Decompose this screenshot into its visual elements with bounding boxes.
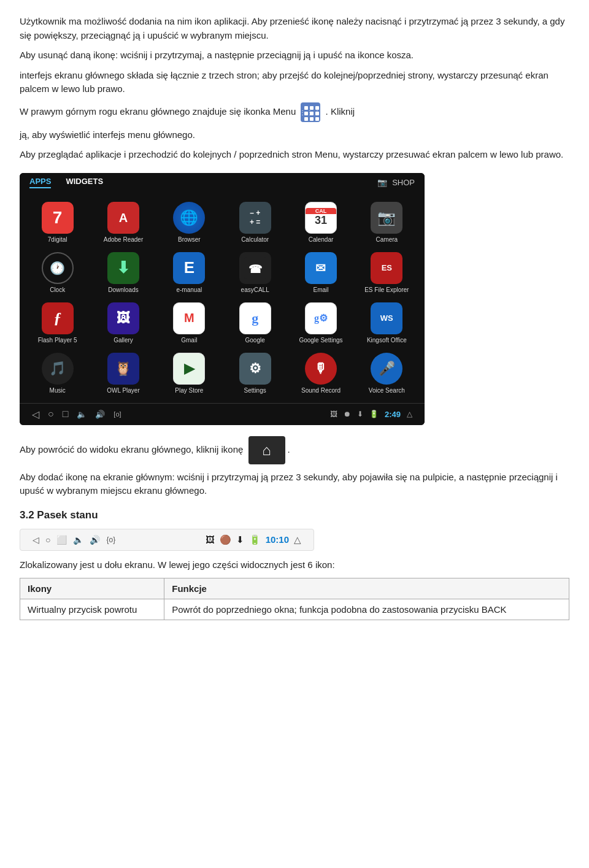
app-settings[interactable]: ⚙ Settings bbox=[222, 348, 288, 398]
app-music[interactable]: 🎵 Music bbox=[25, 348, 90, 398]
app-google-settings[interactable]: g⚙ Google Settings bbox=[288, 298, 353, 348]
app-gallery-label: Gallery bbox=[114, 337, 133, 344]
table-cell-icon-name: Wirtualny przycisk powrotu bbox=[20, 599, 164, 620]
statusbar-left-icons: ◁ ○ ⬜ 🔈 🔊 {o} bbox=[33, 535, 115, 545]
app-clock-label: Clock bbox=[50, 286, 65, 294]
app-google-settings-label: Google Settings bbox=[299, 337, 342, 344]
sb-vol-down: 🔈 bbox=[73, 535, 83, 545]
camera-icon-topbar: 📷 bbox=[377, 178, 387, 187]
app-adobe-reader[interactable]: A Adobe Reader bbox=[90, 197, 156, 247]
app-emanual-label: e-manual bbox=[176, 286, 202, 294]
paragraph-2: Aby usunąć daną ikonę: wciśnij i przytrz… bbox=[20, 48, 569, 63]
apps-grid: 7 7digital A Adobe Reader 🌐 Browser – + … bbox=[20, 192, 425, 403]
app-calculator[interactable]: – + + = Calculator bbox=[222, 197, 288, 247]
sb-home: ○ bbox=[45, 535, 50, 545]
app-calendar-label: Calendar bbox=[309, 236, 334, 244]
nav-screenshot-icon: 🖼 bbox=[330, 410, 337, 418]
app-email-label: Email bbox=[313, 286, 328, 294]
paragraph-8: Aby dodać ikonę na ekranie głównym: wciś… bbox=[20, 470, 569, 498]
paragraph-1: Użytkownik ma możliwość dodania na nim i… bbox=[20, 15, 569, 42]
topbar-right: 📷 SHOP bbox=[377, 178, 415, 187]
table-row: Wirtualny przycisk powrotu Powrót do pop… bbox=[20, 599, 569, 620]
nav-download-icon: ⬇ bbox=[357, 410, 363, 418]
app-camera[interactable]: 📷 Camera bbox=[354, 197, 420, 247]
nav-time: 2:49 bbox=[385, 410, 401, 419]
sb-time: 10:10 bbox=[266, 534, 289, 545]
tab-widgets[interactable]: WIDGETS bbox=[66, 177, 103, 188]
nav-vol-down[interactable]: 🔈 bbox=[77, 410, 87, 419]
sb-recent: ⬜ bbox=[56, 535, 67, 545]
nav-record-icon: ⏺ bbox=[344, 410, 351, 418]
android-screenshot: APPS WIDGETS 📷 SHOP 7 7digital A Adobe R… bbox=[20, 173, 425, 425]
nav-vol-up[interactable]: 🔊 bbox=[95, 410, 105, 419]
app-sound-record[interactable]: 🎙 Sound Record bbox=[288, 348, 353, 398]
app-esfile[interactable]: ES ES File Explorer bbox=[354, 247, 420, 298]
app-email[interactable]: ✉ Email bbox=[288, 247, 353, 298]
app-gmail-label: Gmail bbox=[181, 337, 197, 344]
sb-vol-up: 🔊 bbox=[90, 535, 100, 545]
app-7digital[interactable]: 7 7digital bbox=[25, 197, 90, 247]
nav-recent-btn[interactable]: □ bbox=[63, 409, 69, 420]
navbar-left: ◁ ○ □ 🔈 🔊 [o] bbox=[32, 409, 121, 420]
app-gmail[interactable]: M Gmail bbox=[156, 298, 222, 348]
app-google[interactable]: g Google bbox=[222, 298, 288, 348]
app-gallery[interactable]: 🖼 Gallery bbox=[90, 298, 156, 348]
sb-signal: △ bbox=[294, 534, 301, 545]
app-voice-search-label: Voice Search bbox=[369, 387, 405, 394]
app-kingsoft-label: Kingsoft Office bbox=[367, 337, 407, 344]
sb-screenshot-icon: 🖼 bbox=[206, 534, 215, 545]
app-owl-player[interactable]: 🦉 OWL Player bbox=[90, 348, 156, 398]
sb-back: ◁ bbox=[33, 535, 39, 545]
sb-download-icon: ⬇ bbox=[236, 534, 244, 545]
navbar-right: 🖼 ⏺ ⬇ 🔋 2:49 △ bbox=[330, 410, 412, 419]
app-clock[interactable]: 🕐 Clock bbox=[25, 247, 90, 298]
app-emanual[interactable]: E e-manual bbox=[156, 247, 222, 298]
app-7digital-label: 7digital bbox=[48, 236, 67, 244]
app-calendar[interactable]: CAL 31 Calendar bbox=[288, 197, 353, 247]
paragraph-4-menu: W prawym górnym rogu ekranu głównego zna… bbox=[20, 102, 569, 122]
app-easycall-label: easyCALL bbox=[241, 286, 269, 294]
app-adobe-label: Adobe Reader bbox=[104, 236, 144, 244]
table-header-funkcje: Funkcje bbox=[164, 578, 569, 599]
home-icon-inline bbox=[248, 436, 285, 464]
section-heading-3-2: 3.2 Pasek stanu bbox=[20, 509, 569, 521]
table-header-icons: Ikony bbox=[20, 578, 164, 599]
sb-dot-icon: 🟤 bbox=[220, 534, 231, 545]
paragraph-7-text: Aby powrócić do widoku ekranu głównego, … bbox=[20, 444, 243, 454]
sb-camera: {o} bbox=[106, 536, 115, 544]
tab-apps[interactable]: APPS bbox=[29, 177, 51, 188]
app-play-store[interactable]: ▶ Play Store bbox=[156, 348, 222, 398]
app-browser[interactable]: 🌐 Browser bbox=[156, 197, 222, 247]
statusbar-right: 🖼 🟤 ⬇ 🔋 10:10 △ bbox=[206, 534, 301, 545]
app-sound-record-label: Sound Record bbox=[301, 387, 341, 394]
nav-signal-icon: △ bbox=[407, 410, 412, 418]
app-playstore-label: Play Store bbox=[175, 387, 203, 394]
status-bar-desc: Zlokalizowany jest u dołu ekranu. W lewe… bbox=[20, 558, 569, 572]
app-flash-label: Flash Player 5 bbox=[38, 337, 77, 344]
app-voice-search[interactable]: 🎤 Voice Search bbox=[354, 348, 420, 398]
info-table: Ikony Funkcje Wirtualny przycisk powrotu… bbox=[20, 578, 569, 620]
app-owl-label: OWL Player bbox=[107, 387, 140, 394]
app-flash[interactable]: ƒ Flash Player 5 bbox=[25, 298, 90, 348]
paragraph-4-after: . Kliknij bbox=[326, 106, 355, 116]
paragraph-home: Aby powrócić do widoku ekranu głównego, … bbox=[20, 436, 569, 464]
nav-home-btn[interactable]: ○ bbox=[48, 409, 54, 420]
app-downloads-label: Downloads bbox=[108, 286, 138, 294]
status-bar-screenshot: ◁ ○ ⬜ 🔈 🔊 {o} 🖼 🟤 ⬇ 🔋 10:10 △ bbox=[20, 529, 314, 551]
nav-battery-icon: 🔋 bbox=[369, 410, 379, 418]
svg-text:A: A bbox=[119, 211, 128, 225]
app-google-label: Google bbox=[245, 337, 265, 344]
paragraph-4-text: W prawym górnym rogu ekranu głównego zna… bbox=[20, 106, 296, 116]
paragraph-3: interfejs ekranu głównego składa się łąc… bbox=[20, 69, 569, 96]
table-cell-funkcje-desc: Powrót do poprzedniego okna; funkcja pod… bbox=[164, 599, 569, 620]
app-kingsoft[interactable]: WS Kingsoft Office bbox=[354, 298, 420, 348]
app-calculator-label: Calculator bbox=[241, 236, 269, 244]
paragraph-6: Aby przeglądać aplikacje i przechodzić d… bbox=[20, 148, 569, 162]
menu-icon-inline bbox=[301, 102, 320, 122]
app-easycall[interactable]: ☎ easyCALL bbox=[222, 247, 288, 298]
app-downloads[interactable]: ⬇ Downloads bbox=[90, 247, 156, 298]
nav-camera-hw[interactable]: [o] bbox=[114, 410, 121, 418]
paragraph-5: ją, aby wyświetlić interfejs menu główne… bbox=[20, 128, 569, 142]
nav-back-btn[interactable]: ◁ bbox=[32, 409, 39, 420]
app-music-label: Music bbox=[50, 387, 66, 394]
